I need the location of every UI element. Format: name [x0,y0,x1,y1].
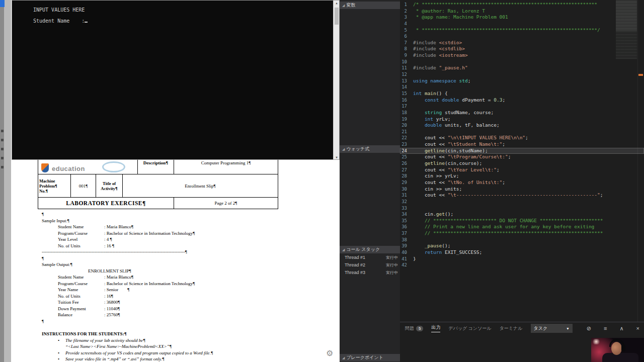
word-wrap-icon[interactable]: ≡ [604,325,607,331]
table-row: LABORATORY EXERCISE¶ Page 2 of 2¶ [38,198,278,209]
code-line[interactable]: 28 cin >> yrLv; [400,173,644,179]
code-line[interactable]: 3 * @app name: Machine Problem 001 [400,14,644,21]
variables-panel-header[interactable]: ◢変数 [340,2,400,9]
close-panel-icon[interactable]: × [636,325,639,331]
left-strip-mark [1,139,4,141]
person-face [611,342,622,355]
code-line[interactable]: 17 [400,103,644,110]
code-line[interactable]: 18 string studName, course; [400,110,644,116]
code-line[interactable]: 23 cout << "\tStudent Name\t:"; [400,141,644,148]
code-line[interactable]: 4 [400,21,644,27]
console-scrollbar-thumb[interactable] [335,8,339,25]
line-number: 23 [400,141,413,148]
code-line[interactable]: 14 [400,84,644,90]
tab-debug-console[interactable]: デバッグ コンソール [448,325,491,332]
doc-kv-row: Student Name: Maria Blanco¶ [58,274,299,281]
callstack-thread-row[interactable]: Thread #3実行中 [340,269,400,277]
para-mark: ¶ [42,318,299,325]
console-scrollbar[interactable]: ▲ ▼ [333,1,339,159]
callstack-thread-row[interactable]: Thread #1実行中 [340,254,400,261]
code-line[interactable]: 8#include <cstdlib> [400,46,644,52]
code-line[interactable]: 34 cin.get(); [400,211,644,218]
tab-problems-label: 問題 [405,325,414,332]
code-line[interactable]: 37 // **********************************… [400,230,644,237]
collapse-icon: ◢ [342,356,345,359]
code-line[interactable]: 36 // Print a new line and ask user for … [400,224,644,230]
code-line[interactable]: 39 _pause(); [400,243,644,249]
divider-line: ----------------------------------------… [42,249,299,255]
code-line[interactable]: 24 getline(cin,studName); [400,148,644,154]
line-number: 15 [400,90,413,97]
enrollment-slip-title: ENROLLMENT SLIP¶ [88,268,299,275]
line-number: 16 [400,97,413,104]
line-number: 42 [400,262,413,268]
code-line[interactable]: 2 * @author: Ras, Lorenz T [400,8,644,15]
line-number: 3 [400,14,413,21]
code-line[interactable]: 7#include <cstdio> [400,40,644,46]
editor-scrollbar[interactable] [637,0,644,322]
tab-output[interactable]: 出力 [431,324,440,332]
code-line[interactable]: 9#include <iostream> [400,52,644,59]
breakpoints-panel-header[interactable]: ◢ブレークポイント [340,354,400,361]
tab-terminal[interactable]: ターミナル [500,325,523,332]
console-window[interactable]: INPUT VALUES HEREStudent Name : ▲ ▼ [12,0,340,160]
code-line[interactable]: 25 cout << "\tProgram/Course\t:"; [400,154,644,160]
minimap[interactable] [616,1,637,59]
doc-kv-row: Down Payment: 11040¶ [58,306,299,312]
code-line[interactable]: 33 [400,205,644,212]
maximize-panel-icon[interactable]: ∧ [620,325,624,332]
para-mark: ¶ [42,255,299,262]
code-line[interactable]: 10 [400,59,644,65]
scroll-down-icon[interactable]: ▼ [334,155,340,159]
code-line[interactable]: 20 double units, tF, balance; [400,122,644,129]
code-line[interactable]: 32 [400,199,644,205]
code-line[interactable]: 29 cout << "\tNo. of Units\t:"; [400,179,644,186]
code-line[interactable]: 16 const double dPayment = 0.3; [400,97,644,104]
line-number: 32 [400,199,413,205]
console-prompt: Student Name : [33,18,85,24]
code-line[interactable]: 38 [400,237,644,243]
school-logo-shield-icon [41,163,49,172]
code-line[interactable]: 15int main() { [400,90,644,97]
code-editor[interactable]: 1/* ************************************… [400,0,644,322]
line-number: 22 [400,135,413,141]
task-dropdown[interactable]: タスク ▼ [531,324,573,333]
code-line[interactable]: 42 [400,262,644,268]
code-line[interactable]: 21 [400,129,644,135]
scroll-up-icon[interactable]: ▲ [334,1,340,5]
instruction-bullet: •The filename of your lab activity shoul… [58,337,299,344]
tab-problems[interactable]: 問題 5 [405,325,423,332]
code-line[interactable]: 13using namespace std; [400,78,644,84]
code-line[interactable]: 5 * ************************************… [400,27,644,34]
code-line[interactable]: 31 cout << "\t--------------------------… [400,192,644,199]
code-line[interactable]: 30 cin >> units; [400,186,644,193]
watch-panel-title: ウォッチ式 [346,146,369,151]
doc-kv-row: Program/Course: Bachelor of Science in I… [58,230,299,237]
line-number: 17 [400,103,413,110]
line-number: 31 [400,192,413,199]
doc-kv-row: Student Name: Maria Blanco¶ [58,224,299,230]
code-line[interactable]: 40 return EXIT_SUCCESS; [400,249,644,256]
code-line[interactable]: 12 [400,71,644,78]
code-line[interactable]: 35 // ********************** DO NOT CHAN… [400,218,644,224]
mp-value-cell: 001¶ [71,174,96,197]
code-line[interactable]: 41} [400,256,644,262]
code-line[interactable]: 27 cout << "\tYear Level\t:"; [400,167,644,173]
code-line[interactable]: 6 [400,33,644,40]
title-activity-label-cell: Title of Activity¶ [96,174,123,197]
code-line[interactable]: 26 getline(cin,course); [400,160,644,167]
tab-debug-console-label: デバッグ コンソール [448,325,491,332]
callstack-panel-header[interactable]: ◢コール スタック [340,246,400,253]
clear-output-icon[interactable]: ⊘ [587,325,591,332]
code-line[interactable]: 11#include "_pause.h" [400,65,644,71]
callstack-rows: Thread #1実行中Thread #2実行中Thread #3実行中 [340,254,400,277]
callstack-thread-row[interactable]: Thread #2実行中 [340,261,400,269]
line-number: 27 [400,167,413,173]
code-line[interactable]: 19 int yrLv; [400,116,644,123]
settings-gear-icon[interactable]: ⚙ [326,348,333,358]
code-line[interactable]: 22 cout << "\n\tINPUT VALUES HERE\n\n"; [400,135,644,141]
console-output-text: INPUT VALUES HEREStudent Name : [33,5,88,27]
watch-panel-header[interactable]: ◢ウォッチ式 [340,145,400,153]
mp-label-line1: Machine Problem¶ [39,178,69,189]
code-line[interactable]: 1/* ************************************… [400,2,644,8]
